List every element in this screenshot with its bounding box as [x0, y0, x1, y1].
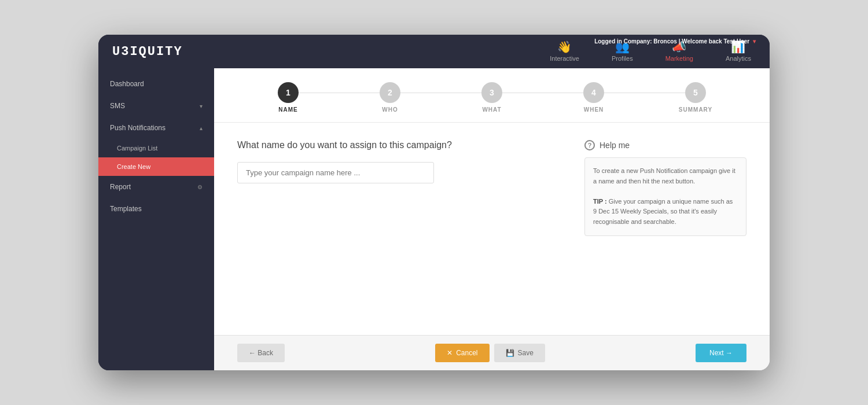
save-icon: 💾 — [506, 349, 514, 357]
footer-right: Next → — [696, 344, 746, 362]
campaign-name-input[interactable] — [237, 162, 434, 183]
sidebar-item-templates[interactable]: Templates — [98, 198, 214, 220]
save-button[interactable]: 💾 Save — [494, 344, 545, 362]
interactive-icon: 👋 — [557, 41, 572, 53]
step-circle-2: 2 — [380, 82, 400, 103]
help-box: To create a new Push Notification campai… — [584, 157, 746, 236]
tip-label: TIP : — [593, 198, 607, 205]
step-5: 5 SUMMARY — [645, 82, 746, 122]
sidebar: Dashboard SMS ▾ Push Notifications ▴ Cam… — [98, 68, 214, 370]
step-circle-1: 1 — [278, 82, 299, 103]
cancel-button[interactable]: ✕ Cancel — [435, 344, 489, 362]
step-label-3: WHAT — [482, 106, 501, 113]
sidebar-item-dashboard[interactable]: Dashboard — [98, 73, 214, 95]
cancel-x-icon: ✕ — [447, 349, 453, 357]
back-button[interactable]: ← Back — [237, 344, 285, 362]
user-info: Logged in Company: Broncos | Welcome bac… — [594, 38, 756, 45]
push-chevron: ▴ — [200, 125, 203, 131]
step-3: 3 WHAT — [441, 82, 543, 122]
next-button[interactable]: Next → — [696, 344, 746, 362]
sidebar-item-campaign-list[interactable]: Campaign List — [98, 139, 214, 157]
footer-buttons: ← Back ✕ Cancel 💾 Save Next → — [214, 335, 770, 370]
user-dropdown-arrow[interactable]: ▾ — [753, 38, 756, 45]
content-panel: 1 NAME 2 WHO 3 WHAT — [214, 68, 770, 370]
step-2: 2 WHO — [339, 82, 441, 122]
step-label-4: WHEN — [584, 106, 604, 113]
form-area: What name do you want to assign to this … — [214, 123, 770, 253]
sms-chevron: ▾ — [200, 103, 203, 109]
step-label-5: SUMMARY — [679, 106, 712, 113]
nav-interactive[interactable]: 👋 Interactive — [545, 38, 584, 65]
help-icon: ? — [584, 140, 595, 150]
step-circle-3: 3 — [481, 82, 502, 103]
form-left: What name do you want to assign to this … — [237, 140, 561, 236]
form-question: What name do you want to assign to this … — [237, 140, 561, 150]
footer-left: ← Back — [237, 344, 285, 362]
sidebar-item-report[interactable]: Report ⚙ — [98, 176, 214, 198]
top-header: U3IQUITY Logged in Company: Broncos | We… — [98, 35, 770, 68]
help-header: ? Help me — [584, 140, 746, 150]
sidebar-item-sms[interactable]: SMS ▾ — [98, 95, 214, 117]
step-4: 4 WHEN — [543, 82, 645, 122]
spacer — [214, 253, 770, 335]
step-1: 1 NAME — [237, 82, 339, 122]
footer-center: ✕ Cancel 💾 Save — [435, 344, 545, 362]
sidebar-item-create-new[interactable]: Create New — [98, 157, 214, 176]
step-circle-5: 5 — [685, 82, 706, 103]
main-area: Dashboard SMS ▾ Push Notifications ▴ Cam… — [98, 68, 770, 370]
step-circle-4: 4 — [583, 82, 604, 103]
step-label-1: NAME — [278, 106, 297, 113]
wizard-area: 1 NAME 2 WHO 3 WHAT — [214, 68, 770, 370]
sidebar-item-push-notifications[interactable]: Push Notifications ▴ — [98, 117, 214, 139]
form-right: ? Help me To create a new Push Notificat… — [584, 140, 746, 236]
report-settings-icon: ⚙ — [197, 184, 203, 190]
step-label-2: WHO — [382, 106, 398, 113]
step-progress: 1 NAME 2 WHO 3 WHAT — [214, 68, 770, 123]
logo: U3IQUITY — [112, 45, 183, 59]
